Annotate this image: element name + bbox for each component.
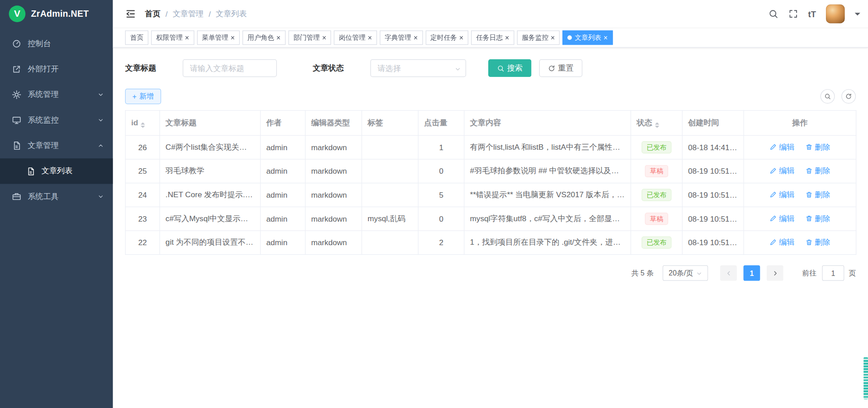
cell-status: 已发布	[631, 135, 682, 159]
cell-id: 23	[125, 207, 160, 231]
edit-button[interactable]: 编辑	[769, 142, 794, 152]
table-toolbar: + 新增	[125, 89, 856, 104]
edit-button[interactable]: 编辑	[769, 190, 794, 200]
user-dropdown-caret-icon[interactable]	[855, 13, 860, 18]
font-size-icon[interactable]: tT	[808, 9, 816, 18]
breadcrumb: 首页 / 文章管理 / 文章列表	[145, 9, 247, 19]
table-row: 26 C#两个list集合实现关联，... admin markdown 1 有…	[125, 135, 856, 159]
close-icon[interactable]: ×	[604, 34, 608, 41]
tab-home[interactable]: 首页	[125, 30, 148, 45]
close-icon[interactable]: ×	[414, 34, 418, 41]
cell-editor: markdown	[305, 231, 362, 255]
tab-scheduled-task[interactable]: 定时任务×	[425, 30, 468, 45]
article-table: id 文章标题 作者 编辑器类型 标签 点击量 文章内容 状态 创建时间 操作	[125, 110, 857, 255]
search-button[interactable]: 搜索	[488, 59, 532, 77]
search-icon[interactable]	[768, 9, 778, 19]
page-number-1[interactable]: 1	[743, 266, 760, 281]
refresh-icon	[548, 65, 555, 72]
cell-content: **错误提示** 当电脑更新 VS2017 版本后，如果...	[464, 183, 631, 207]
sidebar-subitem-article-list[interactable]: 文章列表	[0, 158, 113, 184]
sidebar-item-external-open[interactable]: 外部打开	[0, 57, 113, 82]
page-content: 文章标题 文章状态 搜索 重置	[113, 47, 868, 408]
app-logo[interactable]: V ZrAdmin.NET	[0, 0, 113, 28]
tab-post[interactable]: 岗位管理×	[334, 30, 377, 45]
delete-button[interactable]: 删除	[806, 142, 830, 152]
delete-button[interactable]: 删除	[806, 190, 830, 200]
sidebar-item-system-mgmt[interactable]: 系统管理	[0, 82, 113, 107]
toggle-search-button[interactable]	[821, 89, 835, 104]
tab-user-role[interactable]: 用户角色×	[243, 30, 286, 45]
delete-button[interactable]: 删除	[806, 237, 830, 247]
breadcrumb-home[interactable]: 首页	[145, 9, 160, 19]
sidebar-toggle-icon[interactable]	[125, 8, 136, 19]
cell-author: admin	[260, 183, 305, 207]
sort-icon[interactable]	[141, 123, 146, 128]
cell-editor: markdown	[305, 159, 362, 183]
edit-button[interactable]: 编辑	[769, 237, 794, 247]
page-size-value: 20条/页	[669, 268, 693, 278]
close-icon[interactable]: ×	[185, 34, 189, 41]
sidebar-item-article-mgmt[interactable]: 文章管理	[0, 133, 113, 158]
tab-permission[interactable]: 权限管理×	[151, 30, 194, 45]
breadcrumb-article-list: 文章列表	[216, 9, 247, 19]
article-status-select-input[interactable]	[370, 59, 466, 77]
table-tools	[821, 89, 856, 104]
article-status-select[interactable]	[370, 59, 466, 77]
refresh-table-button[interactable]	[841, 89, 856, 104]
goto-page-input[interactable]	[822, 266, 844, 281]
scrollbar-thumb[interactable]	[863, 357, 868, 399]
close-icon[interactable]: ×	[276, 34, 280, 41]
sidebar-item-system-tools[interactable]: 系统工具	[0, 184, 113, 209]
tab-label: 定时任务	[430, 33, 457, 43]
fullscreen-icon[interactable]	[788, 9, 798, 19]
tab-department[interactable]: 部门管理×	[288, 30, 331, 45]
tab-article-list[interactable]: 文章列表×	[563, 30, 613, 45]
tab-task-log[interactable]: 任务日志×	[471, 30, 514, 45]
sidebar-item-console[interactable]: 控制台	[0, 31, 113, 57]
column-header-id[interactable]: id	[125, 110, 160, 135]
page-size-select[interactable]: 20条/页	[663, 266, 708, 281]
tab-label: 服务监控	[522, 33, 548, 43]
goto-label: 前往	[802, 268, 816, 278]
prev-page-button[interactable]	[720, 266, 737, 281]
add-button-label: 新增	[139, 91, 154, 101]
edit-button[interactable]: 编辑	[769, 166, 794, 176]
external-link-icon	[12, 65, 21, 74]
breadcrumb-separator: /	[208, 9, 211, 19]
close-icon[interactable]: ×	[231, 34, 235, 41]
close-icon[interactable]: ×	[551, 34, 555, 41]
close-icon[interactable]: ×	[505, 34, 509, 41]
cell-tags: mysql,乱码	[362, 207, 418, 231]
cell-actions: 编辑 删除	[744, 183, 856, 207]
tab-dictionary[interactable]: 字典管理×	[380, 30, 423, 45]
user-avatar[interactable]	[826, 5, 845, 24]
delete-button[interactable]: 删除	[806, 213, 830, 223]
delete-button[interactable]: 删除	[806, 166, 830, 176]
close-icon[interactable]: ×	[459, 34, 463, 41]
sort-icon[interactable]	[655, 123, 660, 128]
cell-title: .NET Core 发布时提示.NET...	[160, 183, 260, 207]
cell-tags	[362, 135, 418, 159]
reset-button[interactable]: 重置	[539, 59, 583, 77]
tab-label: 任务日志	[476, 33, 503, 43]
edit-button[interactable]: 编辑	[769, 213, 794, 223]
tab-service-monitor[interactable]: 服务监控×	[517, 30, 560, 45]
next-page-button[interactable]	[767, 266, 783, 281]
column-header-actions: 操作	[744, 110, 856, 135]
table-row: 24 .NET Core 发布时提示.NET... admin markdown…	[125, 183, 856, 207]
close-icon[interactable]: ×	[322, 34, 326, 41]
column-header-status[interactable]: 状态	[631, 110, 682, 135]
edit-icon	[769, 143, 777, 151]
close-icon[interactable]: ×	[368, 34, 372, 41]
sidebar-item-system-monitor[interactable]: 系统监控	[0, 108, 113, 133]
cell-author: admin	[260, 159, 305, 183]
tab-menu[interactable]: 菜单管理×	[197, 30, 240, 45]
status-badge: 草稿	[645, 213, 668, 225]
tab-label: 用户角色	[248, 33, 274, 43]
add-button[interactable]: + 新增	[125, 89, 161, 104]
chevron-left-icon	[726, 270, 731, 276]
tab-label: 部门管理	[293, 33, 320, 43]
app-title: ZrAdmin.NET	[31, 9, 89, 19]
article-title-input[interactable]	[183, 59, 277, 77]
cell-created: 08-19 10:51:29	[682, 159, 744, 183]
